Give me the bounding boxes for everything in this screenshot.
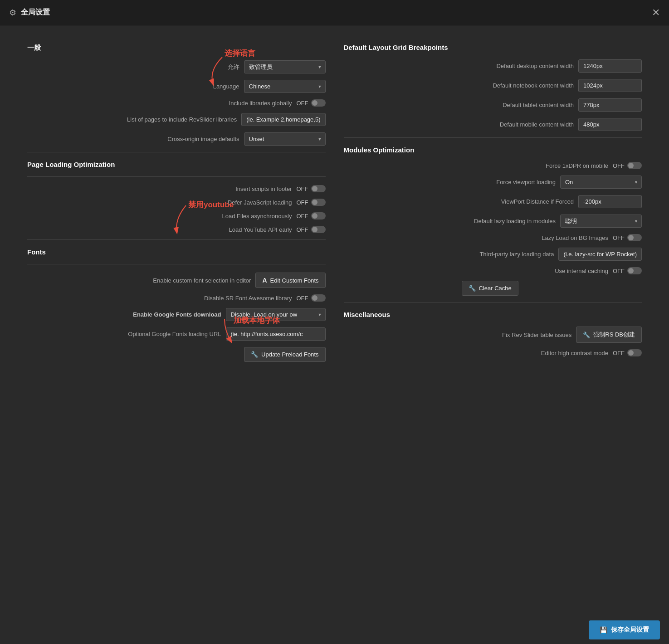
default-lazy-select[interactable]: 聪明 — [560, 215, 642, 228]
defer-js-toggle[interactable]: OFF — [297, 199, 326, 206]
gear-icon: ⚙ — [9, 8, 16, 18]
desktop-width-row: Default desktop content width — [344, 59, 642, 73]
internal-caching-dot[interactable] — [627, 267, 642, 274]
revslider-label: List of pages to include RevSlider libra… — [110, 116, 237, 123]
google-fonts-url-row: Optional Google Fonts loading URL — [27, 327, 326, 341]
third-party-label: Third-party lazy loading data — [422, 251, 554, 258]
language-select[interactable]: Chinese — [244, 80, 326, 93]
internal-caching-label: Use internal caching — [477, 268, 608, 274]
allow-label: 允许 — [135, 63, 239, 71]
mobile-width-input[interactable] — [578, 118, 642, 131]
clear-cache-button[interactable]: 🔧 Clear Cache — [462, 281, 518, 296]
misc-section-title: Miscellaneous — [344, 311, 642, 318]
load-youtube-row: Load YouTube API early OFF — [27, 226, 326, 233]
insert-scripts-dot[interactable] — [311, 185, 326, 192]
layout-grid-divider — [344, 137, 642, 138]
viewport-distance-input[interactable] — [578, 195, 642, 208]
lazy-bg-label: Lazy Load on BG Images — [477, 234, 608, 241]
defer-js-dot[interactable] — [311, 199, 326, 206]
force-dpr-row: Force 1xDPR on mobile OFF — [344, 162, 642, 169]
notebook-label: Default notebook content width — [456, 82, 574, 89]
load-files-label: Load Files asynchronously — [165, 213, 292, 220]
disable-sr-dot[interactable] — [311, 294, 326, 302]
internal-caching-toggle[interactable]: OFF — [613, 267, 642, 274]
load-files-value: OFF — [297, 213, 308, 220]
load-files-dot[interactable] — [311, 212, 326, 220]
layout-grid-title: Default Layout Grid Breakpoints — [344, 44, 642, 51]
force-viewport-select[interactable]: On — [560, 176, 642, 189]
modules-opt-divider — [344, 302, 642, 302]
load-youtube-toggle[interactable]: OFF — [297, 226, 326, 233]
allow-row: 允许 致管理员 — [27, 60, 326, 73]
edit-custom-fonts-icon: A — [262, 277, 267, 284]
slider-table-button[interactable]: 🔧 强制RS DB创建 — [576, 327, 642, 343]
desktop-width-input[interactable] — [578, 59, 642, 73]
load-youtube-dot[interactable] — [311, 226, 326, 233]
load-files-row: Load Files asynchronously OFF — [27, 212, 326, 220]
notebook-width-input[interactable] — [578, 79, 642, 92]
lazy-bg-dot[interactable] — [627, 234, 642, 241]
include-libraries-value: OFF — [297, 100, 308, 107]
insert-scripts-toggle[interactable]: OFF — [297, 185, 326, 192]
load-youtube-label: Load YouTube API early — [165, 226, 292, 233]
right-column: Default Layout Grid Breakpoints Default … — [335, 39, 651, 373]
include-libraries-toggle[interactable]: OFF — [297, 99, 326, 107]
title-bar-left: ⚙ 全局设置 — [9, 8, 50, 18]
edit-custom-fonts-button[interactable]: A Edit Custom Fonts — [255, 273, 325, 288]
close-button[interactable]: ✕ — [652, 8, 660, 18]
default-lazy-row: Default lazy loading in modules 聪明 — [344, 215, 642, 228]
slider-table-row: Fix Rev Slider table issues 🔧 强制RS DB创建 — [344, 327, 642, 343]
fonts-section-title: Fonts — [27, 248, 326, 256]
disable-sr-label: Disable SR Font Awesome library — [165, 295, 292, 302]
slider-table-icon: 🔧 — [583, 332, 590, 338]
page-loading-section-title: Page Loading Optimization — [27, 161, 326, 168]
disable-sr-toggle[interactable]: OFF — [297, 294, 326, 302]
revslider-value: (ie. Example 2,homepage,5) — [241, 113, 325, 126]
disable-sr-row: Disable SR Font Awesome library OFF — [27, 294, 326, 302]
insert-scripts-value: OFF — [297, 185, 308, 192]
lazy-bg-toggle[interactable]: OFF — [613, 234, 642, 241]
tablet-width-input[interactable] — [578, 98, 642, 112]
update-preload-fonts-button[interactable]: 🔧 Update Preload Fonts — [244, 347, 325, 362]
lazy-bg-value: OFF — [613, 234, 625, 241]
internal-caching-row: Use internal caching OFF — [344, 267, 642, 274]
clear-cache-label: Clear Cache — [479, 285, 512, 292]
language-label: Language — [135, 83, 239, 90]
editor-contrast-toggle[interactable]: OFF — [613, 349, 642, 356]
default-lazy-label: Default lazy loading in modules — [424, 218, 556, 224]
save-label: 保存全局设置 — [611, 626, 649, 634]
edit-custom-fonts-label: Edit Custom Fonts — [270, 277, 319, 284]
left-column: 一般 允许 致管理员 Language Chinese — [18, 39, 335, 373]
editor-contrast-dot[interactable] — [627, 349, 642, 356]
clear-cache-row: 🔧 Clear Cache — [344, 281, 642, 296]
disable-sr-value: OFF — [297, 295, 308, 302]
fonts-divider — [27, 264, 326, 264]
defer-js-label: Defer JavaScript loading — [165, 199, 292, 206]
include-libraries-toggle-dot[interactable] — [311, 99, 326, 107]
viewport-distance-label: ViewPort Distance if Forced — [442, 198, 574, 205]
cross-origin-select[interactable]: Unset — [244, 132, 326, 146]
google-fonts-select[interactable]: Disable, Load on your ow — [226, 308, 326, 321]
save-button[interactable]: 💾 保存全局设置 — [589, 620, 660, 639]
notebook-width-row: Default notebook content width — [344, 79, 642, 92]
main-content: 一般 允许 致管理员 Language Chinese — [0, 25, 669, 386]
cross-origin-select-wrapper: Unset — [244, 132, 326, 146]
google-fonts-select-wrapper: Disable, Load on your ow — [226, 308, 326, 321]
update-preload-icon: 🔧 — [251, 351, 258, 358]
insert-scripts-label: Insert scripts in footer — [165, 185, 292, 192]
defer-js-row: Defer JavaScript loading OFF — [27, 199, 326, 206]
custom-font-label: Enable custom font selection in editor — [124, 277, 251, 284]
force-dpr-toggle[interactable]: OFF — [613, 162, 642, 169]
update-preload-label: Update Preload Fonts — [261, 351, 318, 358]
modules-opt-title: Modules Optimization — [344, 146, 642, 154]
save-bar: 💾 保存全局设置 — [0, 616, 669, 644]
general-divider — [27, 152, 326, 152]
lazy-bg-row: Lazy Load on BG Images OFF — [344, 234, 642, 241]
google-fonts-url-input[interactable] — [226, 327, 326, 341]
allow-select[interactable]: 致管理员 — [244, 60, 326, 73]
mobile-label: Default mobile content width — [456, 121, 574, 128]
force-dpr-dot[interactable] — [627, 162, 642, 169]
update-preload-row: 🔧 Update Preload Fonts — [27, 347, 326, 362]
load-files-toggle[interactable]: OFF — [297, 212, 326, 220]
force-viewport-row: Force viewport loading On — [344, 176, 642, 189]
